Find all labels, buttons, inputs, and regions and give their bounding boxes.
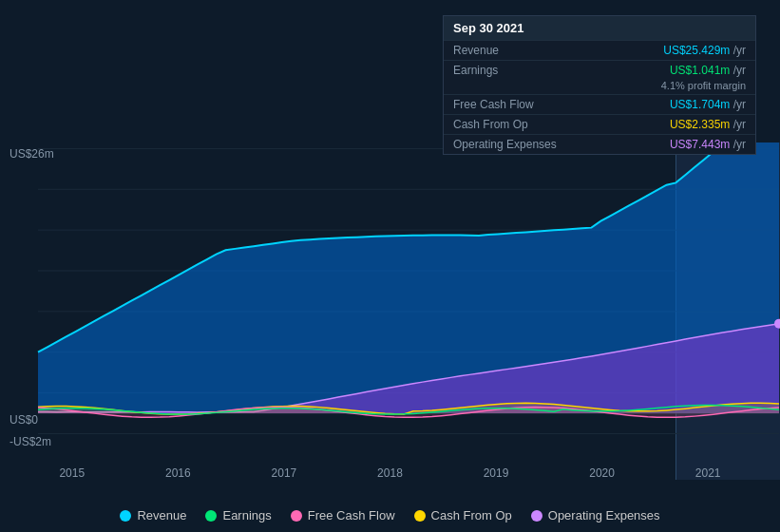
legend-label-cashfromop: Cash From Op (431, 508, 512, 522)
tooltip-earnings-label: Earnings (453, 64, 567, 77)
legend-item-earnings[interactable]: Earnings (205, 508, 271, 522)
tooltip-revenue-label: Revenue (453, 44, 567, 57)
chart-legend: Revenue Earnings Free Cash Flow Cash Fro… (0, 508, 780, 522)
x-label-2018: 2018 (377, 466, 403, 480)
x-label-2016: 2016 (165, 466, 191, 480)
x-label-2019: 2019 (484, 466, 509, 480)
legend-dot-revenue (120, 510, 131, 522)
chart-canvas (0, 142, 780, 522)
tooltip-earnings-row: Earnings US$1.041m /yr (444, 60, 755, 80)
legend-item-fcf[interactable]: Free Cash Flow (291, 508, 395, 522)
tooltip-fcf-value: US$1.704m /yr (670, 98, 746, 111)
legend-item-opex[interactable]: Operating Expenses (531, 508, 660, 522)
legend-item-revenue[interactable]: Revenue (120, 508, 186, 522)
tooltip-date: Sep 30 2021 (444, 16, 755, 40)
legend-dot-opex (531, 510, 542, 522)
tooltip-opex-row: Operating Expenses US$7.443m /yr (444, 134, 755, 154)
legend-item-cashfromop[interactable]: Cash From Op (414, 508, 512, 522)
x-label-2017: 2017 (272, 466, 297, 480)
legend-dot-cashfromop (414, 510, 426, 522)
legend-label-revenue: Revenue (137, 508, 186, 522)
tooltip-cashfromop-label: Cash From Op (453, 118, 567, 131)
x-axis: 2015 2016 2017 2018 2019 2020 2021 (0, 466, 780, 480)
tooltip-revenue-value: US$25.429m /yr (663, 44, 746, 57)
legend-label-opex: Operating Expenses (548, 508, 660, 522)
legend-label-fcf: Free Cash Flow (308, 508, 395, 522)
legend-dot-fcf (291, 510, 302, 522)
tooltip-opex-value: US$7.443m /yr (670, 138, 746, 151)
x-label-2021: 2021 (695, 466, 721, 480)
profit-margin-text: 4.1% profit margin (444, 80, 755, 94)
x-label-2020: 2020 (589, 466, 615, 480)
x-label-2015: 2015 (59, 466, 85, 480)
tooltip-fcf-row: Free Cash Flow US$1.704m /yr (444, 94, 755, 114)
legend-dot-earnings (205, 510, 217, 522)
tooltip-cashfromop-row: Cash From Op US$2.335m /yr (444, 114, 755, 134)
data-tooltip: Sep 30 2021 Revenue US$25.429m /yr Earni… (443, 15, 756, 155)
tooltip-revenue-row: Revenue US$25.429m /yr (444, 40, 755, 60)
tooltip-earnings-value: US$1.041m /yr (670, 64, 746, 77)
legend-label-earnings: Earnings (222, 508, 271, 522)
tooltip-opex-label: Operating Expenses (453, 138, 567, 151)
tooltip-cashfromop-value: US$2.335m /yr (670, 118, 746, 131)
tooltip-fcf-label: Free Cash Flow (453, 98, 567, 111)
